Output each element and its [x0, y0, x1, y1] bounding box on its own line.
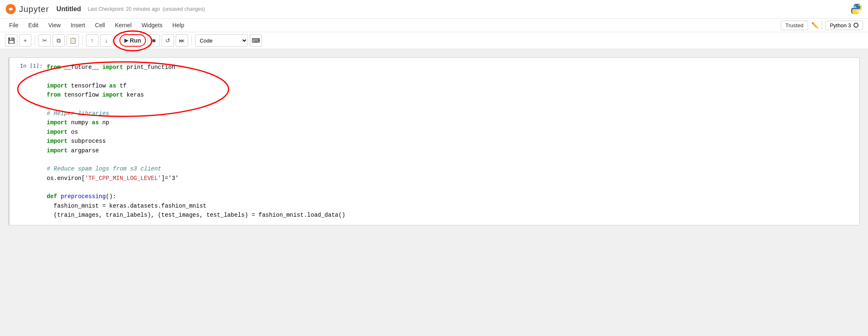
trusted-button[interactable]: Trusted: [781, 21, 808, 30]
notebook-title[interactable]: Untitled: [57, 5, 81, 13]
cut-cell-button[interactable]: ✂: [38, 34, 51, 47]
toolbar: 💾 + ✂ ⧉ 📋 ↑ ↓ Run ■ ↺ ⏭ Code Markdown Ra…: [0, 32, 868, 49]
menu-insert[interactable]: Insert: [67, 20, 89, 30]
checkpoint-info: Last Checkpoint: 20 minutes ago (unsaved…: [88, 6, 205, 12]
logo-area: Jupyter: [5, 3, 49, 15]
code-line-7: import numpy as np: [47, 118, 859, 127]
svg-point-1: [855, 6, 856, 7]
paste-cell-button[interactable]: 📋: [67, 34, 79, 47]
code-line-6: # Helper libraries: [47, 109, 859, 118]
menu-file[interactable]: File: [5, 20, 23, 30]
kernel-name: Python 3: [830, 22, 851, 28]
menu-widgets[interactable]: Widgets: [137, 20, 167, 30]
code-line-9: import subprocess: [47, 137, 859, 146]
toolbar-divider-3: [116, 35, 116, 45]
svg-point-2: [857, 12, 858, 12]
jupyter-wordmark: Jupyter: [19, 5, 49, 14]
code-line-blank-1: [47, 72, 859, 81]
jupyter-logo-icon: [5, 3, 17, 15]
python-logo-icon: [850, 2, 863, 16]
header: Jupyter Untitled Last Checkpoint: 20 min…: [0, 0, 868, 19]
menu-kernel[interactable]: Kernel: [111, 20, 136, 30]
trusted-area: Trusted ✏️ Python 3: [781, 21, 863, 30]
toolbar-divider-2: [82, 35, 83, 45]
code-line-15: def preprocessing():: [47, 192, 859, 201]
kernel-info: Python 3: [825, 21, 863, 30]
run-button[interactable]: Run: [119, 34, 146, 47]
cell-row: In [1]: from __future__ import print_fun…: [10, 62, 859, 221]
divider: [822, 21, 822, 29]
menu-edit[interactable]: Edit: [24, 20, 43, 30]
copy-cell-button[interactable]: ⧉: [52, 34, 65, 47]
code-line-8: import os: [47, 128, 859, 137]
code-line-blank-2: [47, 100, 859, 109]
edit-pencil-button[interactable]: ✏️: [811, 22, 818, 28]
save-button[interactable]: 💾: [5, 34, 17, 47]
move-down-button[interactable]: ↓: [100, 34, 112, 47]
run-button-container: Run: [119, 34, 146, 47]
add-cell-button[interactable]: +: [19, 34, 31, 47]
code-line-1: from __future__ import print_function: [47, 63, 859, 72]
code-line-blank-3: [47, 155, 859, 164]
restart-run-button[interactable]: ⏭: [176, 34, 188, 47]
cell-code[interactable]: from __future__ import print_function im…: [47, 62, 859, 221]
menu-cell[interactable]: Cell: [91, 20, 109, 30]
restart-button[interactable]: ↺: [162, 34, 174, 47]
main-content: In [1]: from __future__ import print_fun…: [0, 49, 868, 331]
toolbar-divider-1: [35, 35, 35, 45]
cell-prompt: In [1]:: [10, 62, 47, 69]
code-line-16: fashion_mnist = keras.datasets.fashion_m…: [47, 201, 859, 211]
menubar: File Edit View Insert Cell Kernel Widget…: [0, 19, 868, 32]
menu-view[interactable]: View: [44, 20, 65, 30]
cell-type-select[interactable]: Code Markdown Raw NBConvert Heading: [195, 34, 248, 47]
code-line-3: import tensorflow as tf: [47, 81, 859, 90]
move-up-button[interactable]: ↑: [86, 34, 98, 47]
toolbar-divider-4: [191, 35, 192, 45]
kernel-status-circle: [854, 23, 858, 28]
code-line-4: from tensorflow import keras: [47, 90, 859, 99]
interrupt-button[interactable]: ■: [148, 34, 160, 47]
code-line-10: import argparse: [47, 146, 859, 155]
code-line-12: # Reduce spam logs from s3 client: [47, 164, 859, 173]
code-cell: In [1]: from __future__ import print_fun…: [8, 57, 860, 225]
code-line-blank-4: [47, 183, 859, 192]
keyboard-shortcuts-button[interactable]: ⌨: [250, 34, 262, 47]
code-line-17: (train_images, train_labels), (test_imag…: [47, 211, 859, 220]
cell-code-wrapper: from __future__ import print_function im…: [47, 62, 859, 221]
code-line-13: os.environ['TF_CPP_MIN_LOG_LEVEL']='3': [47, 174, 859, 183]
menu-help[interactable]: Help: [168, 20, 188, 30]
